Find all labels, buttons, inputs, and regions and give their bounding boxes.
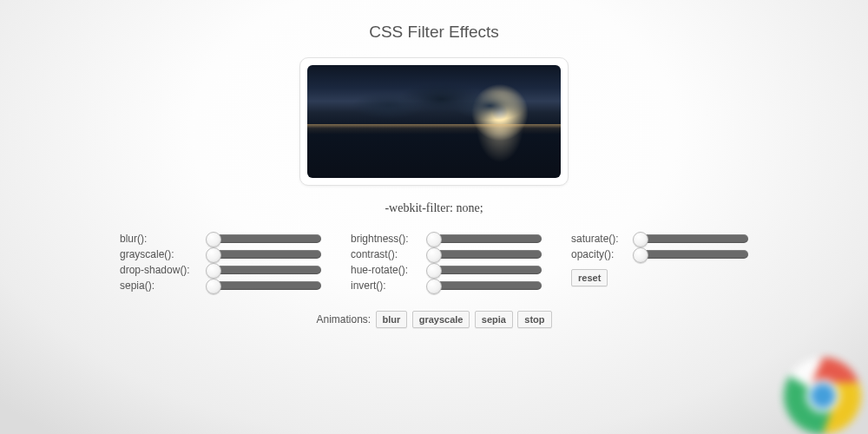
anim-button-sepia[interactable]: sepia: [475, 311, 513, 328]
label-blur: blur():: [120, 233, 207, 245]
control-row-sepia: sepia():: [120, 278, 321, 293]
label-hue-rotate: hue-rotate():: [351, 264, 427, 276]
controls-col-2: brightness(): contrast(): hue-rotate(): …: [351, 231, 542, 293]
slider-hue-rotate[interactable]: [427, 266, 542, 274]
page-title: CSS Filter Effects: [0, 0, 868, 42]
label-invert: invert():: [351, 279, 427, 292]
slider-brightness[interactable]: [427, 234, 542, 243]
control-row-drop-shadow: drop-shadow():: [120, 262, 321, 278]
label-contrast: contrast():: [351, 248, 427, 260]
label-grayscale: grayscale():: [120, 248, 207, 260]
slider-invert[interactable]: [427, 281, 542, 290]
preview-frame: [299, 57, 569, 186]
animations-label: Animations:: [317, 313, 372, 326]
preview-image: [307, 65, 561, 178]
svg-point-2: [811, 384, 836, 409]
slider-contrast[interactable]: [427, 250, 542, 259]
slider-blur[interactable]: [207, 234, 321, 243]
label-saturate: saturate():: [571, 233, 634, 245]
slider-saturate[interactable]: [634, 234, 748, 243]
reset-button[interactable]: reset: [571, 269, 608, 286]
control-row-opacity: opacity():: [571, 247, 748, 262]
control-row-hue-rotate: hue-rotate():: [351, 262, 542, 278]
label-opacity: opacity():: [571, 248, 634, 260]
control-row-grayscale: grayscale():: [120, 247, 321, 262]
anim-button-blur[interactable]: blur: [376, 311, 408, 328]
label-sepia: sepia():: [120, 279, 207, 292]
controls-col-1: blur(): grayscale(): drop-shadow(): sepi…: [120, 231, 321, 293]
slider-grayscale[interactable]: [207, 250, 321, 259]
reset-wrap: reset: [571, 269, 748, 286]
label-drop-shadow: drop-shadow():: [120, 264, 207, 276]
control-row-contrast: contrast():: [351, 247, 542, 262]
control-row-invert: invert():: [351, 278, 542, 293]
filter-output-text: -webkit-filter: none;: [0, 201, 868, 215]
controls: blur(): grayscale(): drop-shadow(): sepi…: [0, 231, 868, 293]
control-row-blur: blur():: [120, 231, 321, 247]
control-row-saturate: saturate():: [571, 231, 748, 247]
animations-row: Animations: blur grayscale sepia stop: [0, 311, 868, 328]
anim-button-stop[interactable]: stop: [517, 311, 551, 328]
slider-drop-shadow[interactable]: [207, 266, 321, 274]
slider-sepia[interactable]: [207, 281, 321, 290]
chrome-logo-icon: [781, 354, 865, 434]
slider-opacity[interactable]: [634, 250, 748, 259]
controls-col-3: saturate(): opacity(): reset: [571, 231, 748, 293]
label-brightness: brightness():: [351, 233, 427, 245]
control-row-brightness: brightness():: [351, 231, 542, 247]
anim-button-grayscale[interactable]: grayscale: [412, 311, 470, 328]
